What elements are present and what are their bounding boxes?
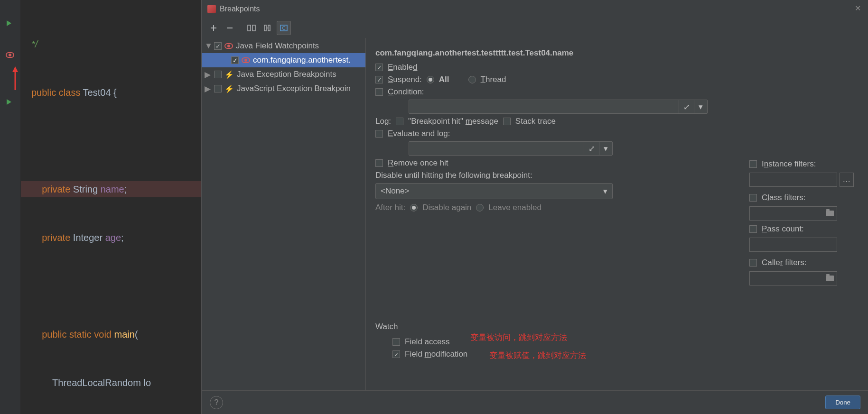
checkbox[interactable] bbox=[214, 71, 222, 78]
breakpoints-dialog: Breakpoints ✕ C ▼ Java Field Watchpoints bbox=[201, 0, 868, 414]
group-by-package-button[interactable] bbox=[244, 21, 259, 35]
caller-filters-input[interactable] bbox=[749, 271, 837, 285]
add-breakpoint-button[interactable] bbox=[206, 21, 221, 35]
dialog-toolbar: C bbox=[202, 18, 868, 38]
svg-marker-3 bbox=[12, 66, 18, 72]
enabled-checkbox[interactable] bbox=[375, 64, 383, 71]
disable-until-select[interactable]: <None>▾ bbox=[375, 183, 613, 199]
log-stacktrace-checkbox[interactable] bbox=[503, 118, 511, 125]
suspend-checkbox[interactable] bbox=[375, 76, 383, 83]
evaluate-input[interactable]: ⤢▾ bbox=[409, 141, 613, 156]
svg-marker-0 bbox=[7, 20, 11, 26]
caller-filters-checkbox[interactable] bbox=[749, 259, 757, 267]
svg-rect-5 bbox=[252, 25, 255, 31]
watchpoint-icon[interactable] bbox=[6, 51, 13, 59]
svg-point-8 bbox=[267, 28, 268, 28]
group-by-file-button[interactable] bbox=[261, 21, 275, 35]
dialog-titlebar: Breakpoints ✕ bbox=[202, 0, 868, 18]
dialog-title-text: Breakpoints bbox=[220, 5, 260, 13]
annotation-arrow bbox=[9, 66, 21, 95]
condition-checkbox[interactable] bbox=[375, 88, 383, 96]
tree-node-selected[interactable]: com.fangqiang.anothertest. bbox=[202, 53, 365, 67]
class-filters-checkbox[interactable] bbox=[749, 194, 757, 202]
close-icon[interactable]: ✕ bbox=[855, 4, 863, 12]
annotation-access: 变量被访问，跳到对应方法 bbox=[470, 332, 567, 343]
chevron-down-icon: ▾ bbox=[603, 186, 607, 196]
svg-marker-1 bbox=[7, 99, 11, 105]
code-editor[interactable]: */ public class Test04 { private String … bbox=[21, 0, 201, 414]
expand-icon[interactable]: ⤢ bbox=[584, 142, 599, 155]
watch-label: Watch bbox=[375, 322, 467, 331]
suspend-thread-radio[interactable] bbox=[468, 76, 476, 83]
condition-input[interactable]: ⤢▾ bbox=[409, 100, 708, 114]
instance-filters-checkbox[interactable] bbox=[749, 160, 757, 168]
run-icon[interactable] bbox=[6, 99, 13, 106]
checkbox[interactable] bbox=[231, 56, 239, 64]
after-hit-label: After hit: bbox=[375, 203, 405, 212]
expand-icon[interactable]: ⤢ bbox=[679, 100, 694, 113]
field-access-checkbox[interactable] bbox=[392, 338, 400, 346]
breakpoint-tree[interactable]: ▼ Java Field Watchpoints com.fangqiang.a… bbox=[202, 38, 366, 414]
run-icon[interactable] bbox=[6, 20, 13, 28]
breakpoint-details: com.fangqiang.anothertest.testtttt.test.… bbox=[366, 38, 868, 414]
bolt-icon: ⚡ bbox=[224, 84, 234, 93]
chevron-down-icon[interactable]: ▾ bbox=[599, 142, 612, 155]
folder-icon[interactable] bbox=[826, 211, 834, 216]
remove-once-checkbox[interactable] bbox=[375, 159, 383, 167]
code-text: */ bbox=[31, 39, 37, 49]
bolt-icon: ⚡ bbox=[224, 70, 234, 79]
folder-icon[interactable] bbox=[826, 276, 834, 281]
pass-count-checkbox[interactable] bbox=[749, 225, 757, 233]
done-button[interactable]: Done bbox=[825, 396, 860, 409]
help-button[interactable]: ? bbox=[210, 396, 223, 409]
svg-rect-4 bbox=[248, 25, 251, 31]
tree-node-watchpoints[interactable]: ▼ Java Field Watchpoints bbox=[202, 39, 365, 53]
eye-icon bbox=[242, 57, 250, 63]
class-filters-input[interactable] bbox=[749, 206, 837, 221]
tree-node-java-exception[interactable]: ▶ ⚡ Java Exception Breakpoints bbox=[202, 67, 365, 82]
field-modification-checkbox[interactable] bbox=[392, 350, 400, 358]
remove-breakpoint-button[interactable] bbox=[223, 21, 237, 35]
log-label: Log: bbox=[375, 117, 391, 126]
disable-again-radio[interactable] bbox=[410, 204, 418, 212]
more-button[interactable]: … bbox=[840, 173, 854, 187]
instance-filters-input[interactable] bbox=[749, 173, 837, 187]
checkbox[interactable] bbox=[214, 42, 222, 50]
log-message-checkbox[interactable] bbox=[396, 118, 403, 125]
leave-enabled-radio[interactable] bbox=[476, 204, 484, 212]
app-icon bbox=[207, 5, 216, 13]
editor-gutter[interactable] bbox=[0, 0, 21, 414]
svg-rect-6 bbox=[264, 25, 266, 31]
checkbox[interactable] bbox=[214, 85, 222, 92]
group-by-class-button[interactable]: C bbox=[277, 21, 291, 35]
svg-text:C: C bbox=[282, 26, 285, 31]
annotation-modification: 变量被赋值，跳到对应方法 bbox=[489, 350, 586, 361]
tree-node-js-exception[interactable]: ▶ ⚡ JavaScript Exception Breakpoin bbox=[202, 82, 365, 96]
breakpoint-title: com.fangqiang.anothertest.testtttt.test.… bbox=[375, 43, 859, 58]
evaluate-log-checkbox[interactable] bbox=[375, 130, 383, 138]
eye-icon bbox=[224, 43, 233, 49]
suspend-all-radio[interactable] bbox=[427, 76, 434, 83]
chevron-down-icon[interactable]: ▾ bbox=[694, 100, 707, 113]
pass-count-input[interactable] bbox=[749, 238, 837, 252]
dialog-footer: ? Done bbox=[202, 390, 868, 414]
svg-rect-7 bbox=[268, 25, 270, 31]
